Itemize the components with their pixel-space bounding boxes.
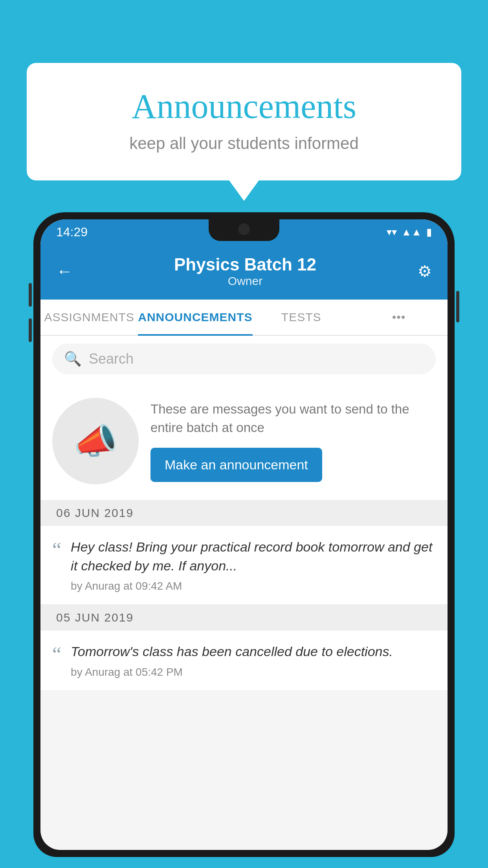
- date-divider-1: 06 JUN 2019: [40, 500, 448, 526]
- announcement-content-1: Hey class! Bring your practical record b…: [71, 538, 436, 592]
- speech-bubble-section: Announcements keep all your students inf…: [27, 63, 461, 180]
- bubble-subtitle: keep all your students informed: [58, 134, 430, 153]
- settings-button[interactable]: ⚙: [418, 262, 432, 280]
- app-header: ← Physics Batch 12 Owner ⚙: [40, 245, 448, 300]
- announcement-text-2: Tomorrow's class has been cancelled due …: [71, 642, 436, 661]
- date-divider-2: 05 JUN 2019: [40, 605, 448, 631]
- signal-icon: ▲▲: [402, 226, 422, 238]
- search-placeholder: Search: [89, 351, 134, 367]
- bubble-title: Announcements: [58, 86, 430, 126]
- tab-assignments[interactable]: ASSIGNMENTS: [40, 300, 138, 335]
- announcement-text-1: Hey class! Bring your practical record b…: [71, 538, 436, 575]
- quote-icon-2: “: [52, 644, 61, 665]
- batch-title: Physics Batch 12: [174, 255, 316, 274]
- phone-container: 14:29 ▾▾ ▲▲ ▮ ← Physics Batch 12 Owner ⚙: [33, 212, 455, 868]
- search-container: 🔍 Search: [40, 336, 448, 382]
- announcement-content-2: Tomorrow's class has been cancelled due …: [71, 642, 436, 679]
- tab-tests[interactable]: TESTS: [253, 300, 350, 335]
- phone-outer: 14:29 ▾▾ ▲▲ ▮ ← Physics Batch 12 Owner ⚙: [33, 212, 455, 857]
- promo-icon-circle: 📣: [52, 398, 139, 484]
- tabs-bar: ASSIGNMENTS ANNOUNCEMENTS TESTS •••: [40, 300, 448, 336]
- announcement-item-2[interactable]: “ Tomorrow's class has been cancelled du…: [40, 631, 448, 691]
- search-bar[interactable]: 🔍 Search: [52, 344, 436, 374]
- speech-bubble: Announcements keep all your students inf…: [27, 63, 461, 180]
- tab-announcements[interactable]: ANNOUNCEMENTS: [138, 300, 252, 335]
- promo-content: These are messages you want to send to t…: [150, 400, 436, 482]
- batch-role: Owner: [174, 274, 316, 288]
- status-time: 14:29: [56, 225, 88, 239]
- promo-description: These are messages you want to send to t…: [150, 400, 436, 436]
- announcement-meta-1: by Anurag at 09:42 AM: [71, 580, 436, 592]
- phone-side-button-vol-up: [29, 283, 32, 307]
- search-icon: 🔍: [64, 351, 82, 367]
- phone-camera: [238, 223, 250, 235]
- phone-side-button-vol-down: [29, 318, 32, 342]
- announcement-item-1[interactable]: “ Hey class! Bring your practical record…: [40, 526, 448, 605]
- header-title-group: Physics Batch 12 Owner: [174, 255, 316, 288]
- quote-icon-1: “: [52, 540, 61, 560]
- battery-icon: ▮: [426, 226, 432, 238]
- wifi-icon: ▾▾: [387, 226, 397, 238]
- phone-screen: 14:29 ▾▾ ▲▲ ▮ ← Physics Batch 12 Owner ⚙: [40, 219, 448, 850]
- announcement-meta-2: by Anurag at 05:42 PM: [71, 666, 436, 679]
- make-announcement-button[interactable]: Make an announcement: [150, 448, 322, 482]
- tab-more[interactable]: •••: [350, 300, 448, 335]
- content-area: 🔍 Search 📣 These are messages you want t…: [40, 336, 448, 691]
- megaphone-icon: 📣: [73, 421, 117, 462]
- status-icons: ▾▾ ▲▲ ▮: [387, 226, 432, 238]
- phone-side-button-power: [456, 291, 459, 322]
- promo-section: 📣 These are messages you want to send to…: [40, 382, 448, 500]
- back-button[interactable]: ←: [56, 262, 73, 281]
